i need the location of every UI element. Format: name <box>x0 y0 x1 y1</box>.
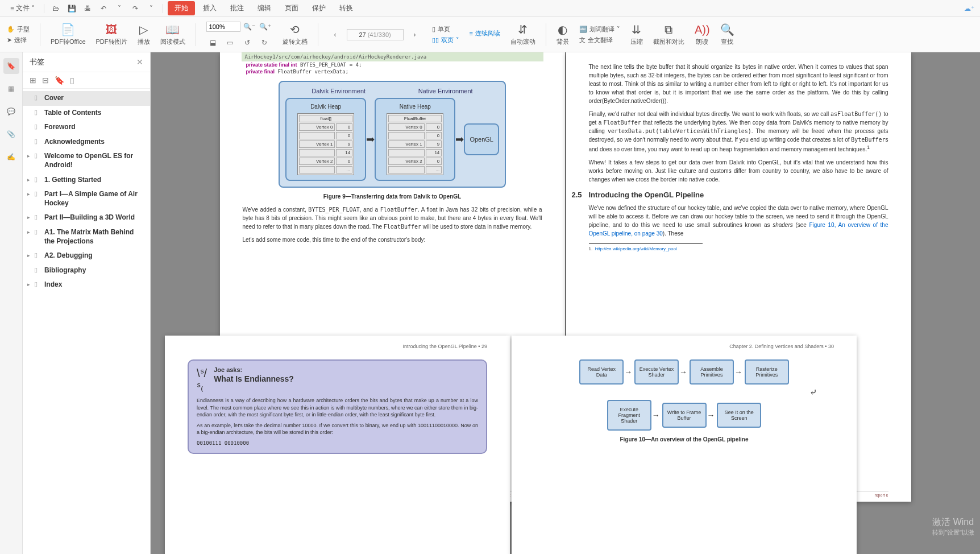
rotate-left-icon[interactable]: ↺ <box>240 36 254 49</box>
find[interactable]: 🔍查找 <box>720 23 734 46</box>
footer-report[interactable]: report e <box>874 493 888 497</box>
document-viewport[interactable]: AirHockey1/src/com/airhockey/android/Air… <box>151 52 980 554</box>
body-text: Finally, we'd rather not deal with indiv… <box>589 110 888 154</box>
print-icon[interactable]: 🖶 <box>81 2 94 15</box>
body-text: We've now defined the structure of our h… <box>589 204 888 238</box>
zoom-input[interactable] <box>206 22 240 32</box>
bookmark-list: ▯Cover▯Table of Contents▯Foreword▯Acknow… <box>23 89 150 554</box>
double-page[interactable]: ▯▯ 双页˅ <box>432 36 459 44</box>
thumbnail-tab-icon[interactable]: ▦ <box>3 81 19 97</box>
sep <box>44 4 44 13</box>
comment-tab-icon[interactable]: 💬 <box>3 104 19 119</box>
bookmark-item[interactable]: ▸▯1. Getting Started <box>23 173 150 188</box>
body-text: The next line tells the byte buffer that… <box>589 63 888 105</box>
footnote: 1. http://en.wikipedia.org/wiki/Memory_p… <box>589 243 703 251</box>
hand-tool[interactable]: ✋ 手型 <box>7 25 30 34</box>
compare[interactable]: ⧉截图和对比 <box>653 23 684 46</box>
compress[interactable]: ⇊压缩 <box>630 23 643 46</box>
sep <box>196 23 196 46</box>
bookmark-item[interactable]: ▸▯Index <box>23 278 150 292</box>
bookmark-item[interactable]: ▯Table of Contents <box>23 106 150 121</box>
aside-box: \ˢ/ˢ₍ Joe asks: What Is Endianness? Endi… <box>188 359 487 454</box>
page-next[interactable]: › <box>408 28 422 42</box>
code: private static final int BYTES_PER_FLOAT… <box>243 61 542 68</box>
sep <box>163 4 163 13</box>
figure-caption: Figure 10—An overview of the OpenGL pipe… <box>534 436 834 443</box>
page-header: Chapter 2. Defining Vertices and Shaders… <box>512 336 857 354</box>
tab-protect[interactable]: 保护 <box>306 1 331 15</box>
body-text: Whew! It takes a few steps to get our da… <box>589 158 888 184</box>
expand-all-icon[interactable]: ⊞ <box>30 76 36 85</box>
bookmark-tab-icon[interactable]: 🔖 <box>3 58 19 74</box>
pdf-page: Introducing the OpenGL Pipeline • 29 \ˢ/… <box>165 336 510 554</box>
background[interactable]: ◐背景 <box>557 23 569 46</box>
bookmark-item[interactable]: ▸▯Part II—Building a 3D World <box>23 210 150 225</box>
pdf2img[interactable]: 🖼PDF转图片 <box>96 23 127 46</box>
code-path: AirHockey1/src/com/airhockey/android/Air… <box>242 52 543 61</box>
redo-icon[interactable]: ↷ <box>128 2 142 15</box>
collapse-all-icon[interactable]: ⊟ <box>42 76 49 85</box>
file-menu[interactable]: ≡ 文件 ˅ <box>6 1 39 15</box>
figure-caption: Figure 9—Transferring data from Dalvik t… <box>243 193 542 200</box>
page-header: Introducing the OpenGL Pipeline • 29 <box>165 336 510 354</box>
fulltrans[interactable]: 文 全文翻译 <box>579 36 620 44</box>
section-heading: 2.5Introducing the OpenGL Pipeline <box>589 191 888 199</box>
pipeline-diagram: Read Vertex Data→ Execute Vertex Shader→… <box>534 359 834 431</box>
undo-drop[interactable]: ˅ <box>113 2 126 15</box>
readaloud[interactable]: A))朗读 <box>695 23 710 46</box>
tab-annotate[interactable]: 批注 <box>225 1 250 15</box>
body-text: We've added a constant, BYTES_PER_FLOAT,… <box>243 205 542 231</box>
bookmark-item[interactable]: ▯Cover <box>23 91 150 106</box>
tab-page[interactable]: 页面 <box>279 1 304 15</box>
sep <box>318 23 318 46</box>
bookmark-item[interactable]: ▯Bibliography <box>23 263 150 278</box>
bookmark-item[interactable]: ▯Acknowledgments <box>23 135 150 150</box>
wordtrans[interactable]: 🔤 划词翻译˅ <box>579 25 620 34</box>
readmode[interactable]: 📖阅读模式 <box>160 23 185 46</box>
rotate-doc[interactable]: ⟲旋转文档 <box>283 23 308 46</box>
panel-close-icon[interactable]: ✕ <box>136 57 143 67</box>
autoscroll[interactable]: ⇵自动滚动 <box>510 23 535 46</box>
code: private final FloatBuffer vertexData; <box>243 68 542 75</box>
tab-start[interactable]: 开始 <box>168 1 195 15</box>
attachment-tab-icon[interactable]: 📎 <box>3 126 19 142</box>
pdf-page: Chapter 2. Defining Vertices and Shaders… <box>512 336 857 554</box>
sep <box>546 23 546 46</box>
select-tool[interactable]: ➤ 选择 <box>7 36 30 44</box>
save-icon[interactable]: 💾 <box>65 2 78 15</box>
figure-diagram: Dalvik Environment Native Environment Da… <box>279 81 506 188</box>
tab-edit[interactable]: 编辑 <box>252 1 277 15</box>
zoom-in-icon[interactable]: 🔍⁺ <box>259 20 272 34</box>
redo-drop[interactable]: ˅ <box>144 2 158 15</box>
page-input[interactable]: 27 (41/330) <box>347 29 404 40</box>
pdf2office[interactable]: 📄PDF转Office <box>51 23 86 46</box>
bookmark-item[interactable]: ▸▯A1. The Matrix Math Behind the Project… <box>23 225 150 249</box>
cloud-icon[interactable]: ☁⁺ <box>964 5 974 13</box>
bookmark-item[interactable]: ▯Foreword <box>23 120 150 135</box>
fit-page-icon[interactable]: ▭ <box>223 36 237 49</box>
undo-icon[interactable]: ↶ <box>97 2 110 15</box>
bookmark-item[interactable]: ▸▯A2. Debugging <box>23 249 150 263</box>
signature-tab-icon[interactable]: ✍ <box>3 149 19 165</box>
tab-convert[interactable]: 转换 <box>334 1 359 15</box>
panel-title: 书签 <box>30 57 44 67</box>
page-prev[interactable]: ‹ <box>329 28 342 42</box>
bookmark-opt-icon[interactable]: ▯ <box>70 76 74 85</box>
bookmark-item[interactable]: ▸▯Welcome to OpenGL ES for Android! <box>23 149 150 172</box>
tab-insert[interactable]: 插入 <box>197 1 222 15</box>
file-label: 文件 <box>16 3 30 13</box>
add-bookmark-icon[interactable]: 🔖 <box>55 76 64 85</box>
open-icon[interactable]: 🗁 <box>49 2 63 15</box>
rotate-right-icon[interactable]: ↻ <box>258 36 271 49</box>
sep <box>40 23 40 46</box>
continuous[interactable]: ≡ 连续阅读 <box>470 29 500 38</box>
fit-width-icon[interactable]: ⬓ <box>206 36 220 49</box>
footnote-link[interactable]: http://en.wikipedia.org/wiki/Memory_pool <box>595 246 677 251</box>
bookmark-item[interactable]: ▸▯Part I—A Simple Game of Air Hockey <box>23 187 150 210</box>
zoom-out-icon[interactable]: 🔍⁻ <box>243 20 256 34</box>
watermark: 激活 Wind 转到"设置"以激 <box>932 516 974 537</box>
single-page[interactable]: ▯ 单页 <box>432 25 459 34</box>
play[interactable]: ▷播放 <box>138 23 150 46</box>
body-text: Let's add some more code, this time to t… <box>243 235 542 244</box>
